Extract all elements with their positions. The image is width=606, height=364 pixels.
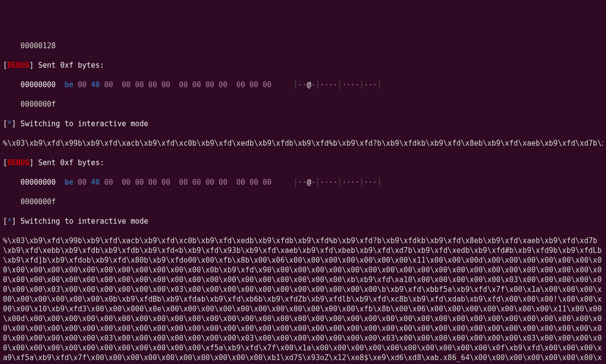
debug-line: [DEBUG] Sent 0xf bytes: [3, 60, 603, 70]
terminal-output: { "lines": { "l1_indent": " 00000128", "… [0, 0, 606, 364]
output-line: 00000128 [3, 41, 603, 51]
output-line: 0000000f [3, 99, 603, 109]
leak-line: %\x03\xb9\xfd\x99b\xb9\xfd\xacb\xb9\xfd\… [3, 138, 603, 148]
info-line: [*] Switching to interactive mode [3, 216, 603, 226]
hexdump-line: 00000000 be 00 40 00 00 00 00 00 00 00 0… [3, 177, 603, 187]
info-line: [*] Switching to interactive mode [3, 119, 603, 129]
debug-line: [DEBUG] Sent 0xf bytes: [3, 158, 603, 168]
output-line: 0000000f [3, 197, 603, 207]
hexdump-line: 00000000 be 00 40 00 00 00 00 00 00 00 0… [3, 80, 603, 90]
leak-block: %\x03\xb9\xfd\x99b\xb9\xfd\xacb\xb9\xfd\… [3, 236, 603, 364]
